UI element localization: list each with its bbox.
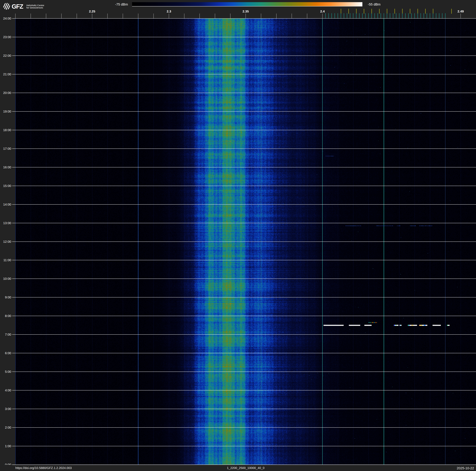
hour-label: 24:00 [0,17,11,20]
wifi-channel-tick [372,9,372,14]
colorbar [132,2,362,6]
spectrogram-canvas [15,18,476,465]
hour-label: 6:00 [0,351,11,355]
ble-channel-tick [411,13,412,18]
hour-label: 18:00 [0,128,11,132]
date-label: 2025-10-22 [457,466,474,470]
freq-major-tick [230,14,230,18]
wifi-channel-tick [394,9,395,14]
ble-channel-tick [359,13,359,18]
ble-channel-tick [405,13,406,18]
ble-channel-tick [439,13,439,18]
ble-channel-tick [335,13,335,18]
freq-tick-label: 2.25 [85,10,99,13]
footer-bar: https://doi.org/10.5880/GFZ.1.2.2024.003… [0,465,476,471]
ble-channel-tick [374,13,375,18]
gfz-logo-icon [3,3,10,10]
freq-major-tick [46,14,46,18]
wifi-channel-tick [433,9,433,14]
ble-channel-tick [368,13,369,18]
ble-channel-tick [393,13,393,18]
ble-channel-tick [390,13,390,18]
ble-channel-tick [396,13,396,18]
wifi-channel-tick [356,9,357,14]
spectrogram-page: { "header": { "logo": { "brand": "GFZ", … [0,0,476,471]
hour-label: 22:00 [0,54,11,57]
hour-label: 3:00 [0,407,11,411]
hour-label: 5:00 [0,370,11,374]
wifi-channel-tick [418,9,418,14]
ble-channel-tick [421,13,421,18]
hour-label: 10:00 [0,277,11,281]
ble-channel-tick [399,13,399,18]
freq-major-tick [322,14,323,18]
ble-channel-tick [362,13,362,18]
freq-major-tick [246,14,246,18]
ble-channel-tick [341,13,341,18]
freq-major-tick [307,14,307,18]
freq-major-tick [261,14,261,18]
hour-label: 15:00 [0,184,11,188]
doi-link[interactable]: https://doi.org/10.5880/GFZ.1.2.2024.003 [15,466,72,470]
freq-major-tick [31,14,31,18]
ble-channel-tick [414,13,415,18]
wifi-channel-tick [379,9,380,14]
ble-channel-tick [381,13,381,18]
freq-major-tick [77,14,77,18]
ble-channel-tick [325,13,326,18]
ble-channel-tick [445,13,445,18]
ble-channel-tick [436,13,436,18]
ble-channel-tick [356,13,357,18]
hour-label: 8:00 [0,314,11,318]
freq-major-tick [184,14,184,18]
freq-tick-label: 2.49 [454,10,468,13]
ble-channel-tick [372,13,372,18]
ble-channel-tick [344,13,344,18]
freq-major-tick [153,14,154,18]
freq-major-tick [123,14,123,18]
freq-major-tick [276,14,276,18]
freq-major-tick [138,14,138,18]
ble-channel-tick [387,13,387,18]
hour-label: 9:00 [0,295,11,299]
freq-major-tick [169,14,169,18]
wifi-channel-tick [451,9,452,14]
freq-major-tick [61,14,62,18]
freq-major-tick [107,14,108,18]
hour-label: 7:00 [0,333,11,336]
ble-channel-tick [408,13,408,18]
ble-channel-tick [378,13,378,18]
logo-subtitle: Helmholtz Centre for Geosciences [26,4,44,9]
ble-channel-tick [328,13,329,18]
ble-channel-tick [384,13,384,18]
ble-channel-tick [442,13,442,18]
freq-major-tick [292,14,292,18]
ble-channel-tick [418,13,418,18]
ble-channel-tick [427,13,427,18]
freq-major-tick [215,14,215,18]
freq-major-tick [15,14,16,18]
ble-channel-tick [430,13,430,18]
wifi-channel-tick [364,9,364,14]
hour-label: 2:00 [0,426,11,429]
logo-subtitle-line2: for Geosciences [26,6,44,9]
ble-channel-tick [350,13,350,18]
freq-tick-label: 2.4 [316,10,329,13]
ble-channel-tick [332,13,332,18]
hour-label: 19:00 [0,109,11,113]
hour-label: 12:00 [0,240,11,243]
wifi-channel-tick [348,9,349,14]
ble-channel-tick [338,13,338,18]
wifi-channel-tick [410,9,410,14]
ble-channel-tick [424,13,424,18]
hour-label: 14:00 [0,203,11,206]
wifi-channel-tick [402,9,403,14]
hour-label: 17:00 [0,147,11,150]
freq-major-tick [460,14,461,18]
logo-brand-text: GFZ [12,4,23,9]
wifi-channel-tick [425,9,426,14]
hour-label: 1:00 [0,444,11,448]
ble-channel-tick [402,13,402,18]
colorbar-max-label: -55 dBm [368,2,398,6]
wifi-channel-tick [387,9,387,14]
